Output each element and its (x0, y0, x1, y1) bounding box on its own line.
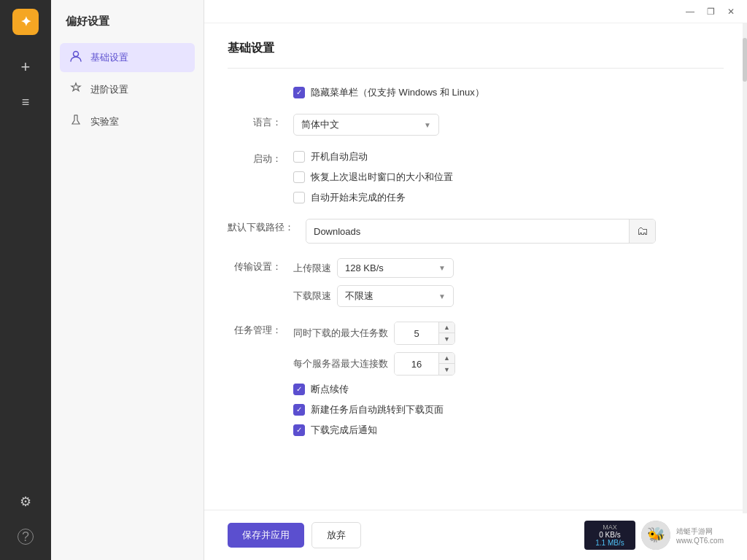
sidebar-add-button[interactable]: + (11, 52, 40, 82)
watermark-text: 靖蜓手游网 (676, 526, 724, 537)
add-icon: + (21, 58, 31, 77)
scrollbar-track[interactable] (743, 23, 747, 513)
startup-label-1: 恢复上次退出时窗口的大小和位置 (311, 171, 453, 184)
max-tasks-down-button[interactable]: ▼ (439, 333, 454, 344)
folder-icon: 🗂 (637, 225, 649, 238)
notify-item[interactable]: 下载完成后通知 (293, 424, 724, 437)
max-connections-row: 每个服务器最大连接数 ▲ ▼ (293, 352, 724, 376)
max-tasks-label: 同时下载的最大任务数 (293, 327, 388, 340)
language-value: 简体中文 (301, 118, 339, 131)
main-content: — ❐ ✕ 基础设置 隐藏菜单栏（仅支持 Windows 和 Linux） 语言… (204, 0, 747, 560)
close-button[interactable]: ✕ (721, 1, 741, 22)
nav-item-advanced[interactable]: 进阶设置 (60, 75, 195, 104)
maximize-icon: ❐ (707, 7, 715, 17)
scrollbar-thumb[interactable] (743, 38, 747, 82)
svg-text:🐝: 🐝 (646, 526, 665, 543)
max-tasks-up-button[interactable]: ▲ (439, 322, 454, 333)
max-connections-spinner-btns: ▲ ▼ (438, 353, 454, 375)
sidebar-menu-button[interactable]: ≡ (11, 88, 40, 117)
sidebar-settings-button[interactable]: ⚙ (11, 487, 40, 516)
basic-settings-icon (69, 50, 83, 66)
startup-checkbox-0[interactable] (293, 151, 305, 163)
auto-jump-checkbox[interactable] (293, 404, 305, 416)
app-logo[interactable]: ✦ (12, 9, 39, 35)
resume-checkbox[interactable] (293, 384, 305, 395)
download-speed-label: 下载限速 (293, 289, 331, 303)
upload-speed-select[interactable]: 128 KB/s ▼ (337, 258, 454, 278)
task-label: 任务管理： (228, 322, 293, 338)
lab-icon (69, 114, 83, 130)
nav-item-lab-label: 实验室 (90, 115, 119, 128)
auto-jump-item[interactable]: 新建任务后自动跳转到下载页面 (293, 403, 724, 416)
hide-menu-bar-checkbox[interactable] (293, 87, 305, 98)
language-chevron-icon: ▼ (424, 121, 431, 129)
svg-text:✦: ✦ (20, 15, 31, 29)
upload-speed-row: 上传限速 128 KB/s ▼ (293, 258, 724, 278)
notify-label: 下载完成后通知 (311, 424, 377, 437)
nav-item-lab[interactable]: 实验室 (60, 107, 195, 136)
startup-item-0[interactable]: 开机自动启动 (293, 150, 724, 163)
download-path-controls: 🗂 (306, 219, 724, 244)
download-path-row: 默认下载路径： 🗂 (228, 219, 724, 244)
save-button[interactable]: 保存并应用 (228, 523, 304, 548)
menu-icon: ≡ (22, 95, 30, 110)
max-tasks-input[interactable] (395, 322, 438, 344)
watermark: 靖蜓手游网 www.QT6.com (676, 526, 724, 545)
transfer-controls: 上传限速 128 KB/s ▼ 下载限速 不限速 ▼ (293, 258, 724, 307)
minimize-icon: — (686, 7, 694, 17)
max-connections-label: 每个服务器最大连接数 (293, 357, 388, 370)
title-divider (228, 68, 724, 69)
nav-title: 偏好设置 (60, 15, 195, 28)
discard-button[interactable]: 放弃 (311, 522, 361, 548)
watermark-url: www.QT6.com (676, 537, 724, 545)
hide-menu-bar-row: 隐藏菜单栏（仅支持 Windows 和 Linux） (228, 86, 724, 99)
help-icon: ? (18, 529, 34, 545)
page-title: 基础设置 (228, 41, 724, 56)
max-connections-spinner: ▲ ▼ (394, 352, 455, 376)
upload-speed-chevron-icon: ▼ (438, 264, 446, 272)
max-connections-input[interactable] (395, 353, 438, 375)
max-tasks-spinner: ▲ ▼ (394, 322, 455, 345)
startup-label-0: 开机自动启动 (311, 150, 368, 163)
upload-speed-label: 上传限速 (293, 262, 331, 275)
startup-controls: 开机自动启动 恢复上次退出时窗口的大小和位置 自动开始未完成的任务 (293, 150, 724, 204)
nav-item-basic-label: 基础设置 (90, 51, 128, 64)
resume-item[interactable]: 断点续传 (293, 383, 724, 396)
task-row: 任务管理： 同时下载的最大任务数 ▲ ▼ 每个服务器最大连接数 (228, 322, 724, 437)
minimize-button[interactable]: — (680, 1, 700, 22)
nav-item-basic[interactable]: 基础设置 (60, 43, 195, 72)
download-speed-select[interactable]: 不限速 ▼ (337, 285, 454, 307)
startup-item-1[interactable]: 恢复上次退出时窗口的大小和位置 (293, 171, 724, 184)
max-tasks-spinner-btns: ▲ ▼ (438, 322, 454, 344)
nav-item-advanced-label: 进阶设置 (90, 83, 128, 96)
max-tasks-row: 同时下载的最大任务数 ▲ ▼ (293, 322, 724, 345)
close-icon: ✕ (727, 7, 735, 17)
hide-menu-bar-label: 隐藏菜单栏（仅支持 Windows 和 Linux） (311, 86, 484, 99)
svg-point-2 (74, 52, 79, 57)
max-connections-down-button[interactable]: ▼ (439, 364, 454, 375)
maximize-button[interactable]: ❐ (700, 1, 721, 22)
startup-checkbox-1[interactable] (293, 171, 305, 183)
browse-button[interactable]: 🗂 (629, 219, 655, 243)
transfer-row: 传输设置： 上传限速 128 KB/s ▼ 下载限速 不限速 ▼ (228, 258, 724, 307)
startup-item-2[interactable]: 自动开始未完成的任务 (293, 191, 724, 204)
startup-checkbox-2[interactable] (293, 192, 305, 203)
max-connections-up-button[interactable]: ▲ (439, 353, 454, 364)
content-area: 基础设置 隐藏菜单栏（仅支持 Windows 和 Linux） 语言： 简体中文… (204, 23, 747, 510)
notify-checkbox[interactable] (293, 424, 305, 436)
settings-icon: ⚙ (20, 494, 31, 510)
upload-speed-value: 128 KB/s (345, 262, 384, 273)
bottom-bar: 保存并应用 放弃 MAX 0 KB/s 1.1 MB/s 🐝 靖蜓手游网 www… (204, 510, 747, 560)
transfer-label: 传输设置： (228, 258, 293, 275)
titlebar: — ❐ ✕ (204, 0, 747, 23)
speed-badge: MAX 0 KB/s 1.1 MB/s (584, 521, 635, 550)
nav-panel: 偏好设置 基础设置 进阶设置 实验室 (51, 0, 204, 560)
language-label: 语言： (228, 114, 293, 131)
task-controls: 同时下载的最大任务数 ▲ ▼ 每个服务器最大连接数 (293, 322, 724, 437)
download-path-input-wrapper: 🗂 (306, 219, 656, 244)
download-speed-row: 下载限速 不限速 ▼ (293, 285, 724, 307)
sidebar-help-button[interactable]: ? (11, 522, 40, 551)
download-path-input[interactable] (306, 222, 629, 241)
hide-menu-bar-item[interactable]: 隐藏菜单栏（仅支持 Windows 和 Linux） (293, 86, 484, 99)
language-select[interactable]: 简体中文 ▼ (293, 114, 439, 136)
